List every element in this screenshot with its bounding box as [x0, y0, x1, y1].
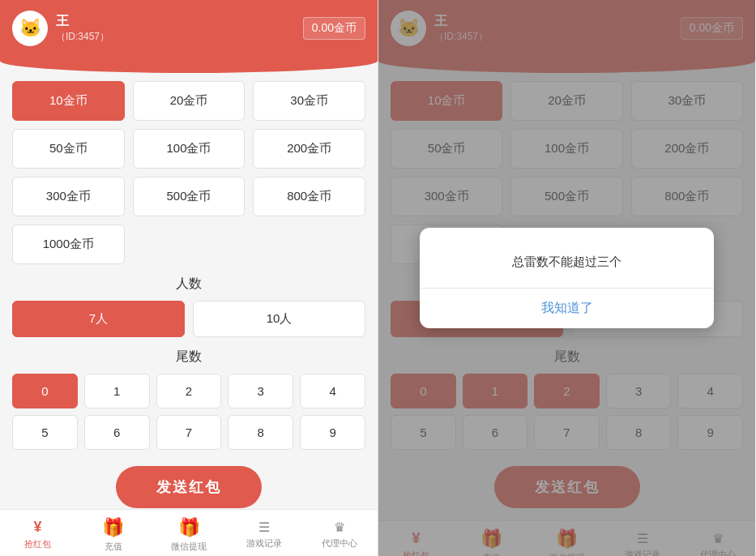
tail-btn-2[interactable]: 2 [156, 374, 222, 408]
left-panel: 🐱 王 （ID:3457） 0.00金币 10金币 20金币 30金币 50金币… [0, 0, 378, 556]
tail-btn-5[interactable]: 5 [12, 415, 78, 450]
left-amount-grid: 10金币 20金币 30金币 50金币 100金币 200金币 300金币 50… [12, 81, 365, 216]
left-nav-agent[interactable]: ♛ 代理中心 [302, 520, 378, 550]
tail-btn-3[interactable]: 3 [228, 374, 293, 408]
left-nav-agent-label: 代理中心 [322, 537, 357, 550]
left-nav-recharge[interactable]: 🎁 充值 [75, 517, 151, 553]
amount-btn-100[interactable]: 100金币 [133, 129, 246, 169]
left-nav-history[interactable]: ☰ 游戏记录 [227, 520, 302, 550]
left-bottom-nav: ¥ 抢红包 🎁 充值 🎁 微信提现 ☰ 游戏记录 ♛ 代理中心 [0, 509, 378, 556]
amount-btn-300[interactable]: 300金币 [12, 177, 125, 216]
left-header-left: 🐱 王 （ID:3457） [12, 11, 109, 46]
left-people-title: 人数 [12, 276, 365, 293]
left-send-wrap: 发送红包 [12, 458, 365, 509]
left-nav-agent-icon: ♛ [334, 520, 345, 535]
tail-btn-6[interactable]: 6 [84, 415, 150, 450]
amount-btn-50[interactable]: 50金币 [12, 129, 125, 169]
tail-btn-0[interactable]: 0 [12, 374, 78, 408]
left-nav-hongbao[interactable]: ¥ 抢红包 [0, 519, 75, 550]
left-user-id: （ID:3457） [56, 30, 109, 44]
modal-confirm-button[interactable]: 我知道了 [420, 289, 714, 328]
left-content: 10金币 20金币 30金币 50金币 100金币 200金币 300金币 50… [0, 57, 378, 509]
left-header-wave [0, 49, 378, 73]
amount-btn-30[interactable]: 30金币 [253, 81, 365, 121]
modal-overlay: 总雷数不能超过三个 我知道了 [378, 0, 755, 556]
right-panel: 🐱 王 （ID:3457） 0.00金币 10金币 20金币 30金币 50金币… [378, 0, 755, 556]
amount-btn-800[interactable]: 800金币 [253, 177, 365, 216]
left-people-grid: 7人 10人 [12, 301, 365, 337]
modal-box: 总雷数不能超过三个 我知道了 [420, 228, 714, 328]
modal-body: 总雷数不能超过三个 [420, 228, 714, 288]
tail-btn-4[interactable]: 4 [300, 374, 365, 408]
left-nav-history-icon: ☰ [258, 520, 270, 535]
people-btn-10[interactable]: 10人 [193, 301, 365, 337]
amount-btn-500[interactable]: 500金币 [133, 177, 246, 216]
tail-btn-9[interactable]: 9 [300, 415, 365, 450]
amount-btn-1000[interactable]: 1000金币 [12, 225, 125, 264]
left-tail-grid: 0 1 2 3 4 5 6 7 8 9 [12, 374, 365, 450]
amount-btn-200[interactable]: 200金币 [253, 129, 365, 169]
tail-btn-7[interactable]: 7 [156, 415, 222, 450]
modal-message: 总雷数不能超过三个 [512, 254, 621, 268]
left-header: 🐱 王 （ID:3457） 0.00金币 [0, 0, 378, 57]
left-nav-recharge-label: 充值 [105, 541, 122, 553]
tail-btn-8[interactable]: 8 [228, 415, 293, 450]
left-nav-hongbao-icon: ¥ [34, 519, 42, 536]
left-nav-withdraw[interactable]: 🎁 微信提现 [151, 517, 226, 553]
left-coin-badge: 0.00金币 [303, 17, 365, 40]
people-btn-7[interactable]: 7人 [12, 301, 185, 337]
left-avatar: 🐱 [12, 11, 48, 46]
left-nav-hongbao-label: 抢红包 [24, 538, 51, 550]
left-send-button[interactable]: 发送红包 [116, 466, 262, 508]
left-nav-withdraw-label: 微信提现 [171, 541, 207, 553]
left-user-info: 王 （ID:3457） [56, 13, 109, 44]
tail-btn-1[interactable]: 1 [84, 374, 150, 408]
left-tail-title: 尾数 [12, 349, 365, 366]
left-nav-history-label: 游戏记录 [246, 537, 282, 550]
left-nav-withdraw-icon: 🎁 [178, 517, 200, 538]
amount-btn-10[interactable]: 10金币 [12, 81, 125, 121]
left-username: 王 [56, 13, 109, 30]
left-nav-recharge-icon: 🎁 [102, 517, 124, 538]
amount-btn-20[interactable]: 20金币 [133, 81, 246, 121]
